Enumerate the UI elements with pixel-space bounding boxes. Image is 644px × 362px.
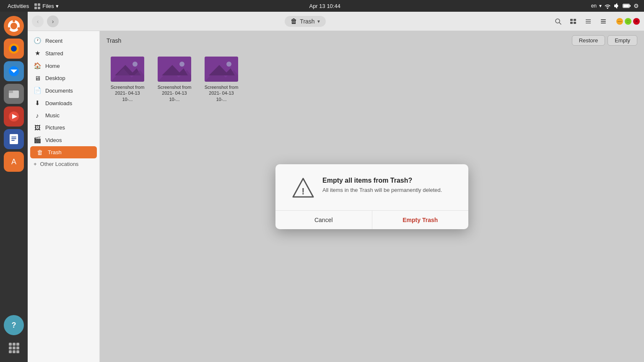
documents-icon: 📄 — [34, 87, 41, 94]
wm-buttons: — □ ✕ — [616, 18, 640, 25]
svg-rect-28 — [13, 343, 16, 346]
sidebar-item-recent-label: Recent — [45, 38, 62, 44]
dialog-body: ! Empty all items from Trash? All items … — [275, 164, 468, 210]
dialog-confirm-button[interactable]: Empty Trash — [372, 211, 469, 229]
location-text: Trash — [300, 18, 314, 25]
sidebar-item-downloads-label: Downloads — [45, 100, 72, 106]
sidebar-item-trash-label: Trash — [48, 149, 62, 155]
topbar-sys: en ▾ ⚙ — [591, 3, 639, 9]
titlebar-actions — [552, 15, 610, 28]
sidebar-other-locations[interactable]: + Other Locations — [28, 158, 99, 170]
sidebar-other-locations-label: Other Locations — [40, 161, 79, 167]
topbar-left: Activities Files ▾ — [5, 2, 59, 10]
svg-rect-47 — [601, 23, 606, 23]
other-locations-plus: + — [34, 161, 37, 167]
dialog-title: Empty all items from Trash? — [322, 177, 452, 184]
topbar-settings[interactable]: ⚙ — [634, 3, 639, 9]
sidebar-item-videos[interactable]: 🎬 Videos — [28, 134, 99, 146]
file-manager-window: ‹ › 🗑 Trash ▾ — — [28, 12, 644, 362]
sidebar-item-music[interactable]: ♪ Music — [28, 109, 99, 122]
svg-rect-46 — [601, 21, 606, 22]
svg-rect-0 — [34, 3, 37, 6]
svg-rect-21 — [11, 138, 16, 139]
dock-software[interactable]: A — [4, 152, 24, 172]
search-button[interactable] — [552, 15, 564, 28]
dock-firefox[interactable] — [4, 39, 24, 59]
dock-thunderbird[interactable] — [4, 61, 24, 81]
recent-icon: 🕐 — [34, 37, 41, 44]
home-icon: 🏠 — [34, 62, 41, 70]
sidebar-item-downloads[interactable]: ⬇ Downloads — [28, 97, 99, 109]
forward-button[interactable]: › — [47, 16, 59, 27]
battery-icon — [623, 3, 631, 9]
dock-files[interactable] — [4, 84, 24, 104]
sidebar-item-starred-label: Starred — [45, 50, 63, 57]
pictures-icon: 🖼 — [34, 124, 41, 131]
svg-rect-31 — [13, 346, 16, 349]
svg-text:?: ? — [12, 321, 16, 329]
sidebar-item-pictures[interactable]: 🖼 Pictures — [28, 122, 99, 134]
dock-rhythmbox[interactable] — [4, 106, 24, 127]
svg-text:!: ! — [301, 186, 304, 197]
dock-writer[interactable] — [4, 129, 24, 149]
topbar-lang: en — [591, 3, 597, 9]
sidebar-item-home-label: Home — [45, 63, 60, 69]
sidebar: 🕐 Recent ★ Starred 🏠 Home 🖥 Desktop 📄 Do… — [28, 31, 100, 362]
location-bar: 🗑 Trash ▾ — [62, 16, 548, 27]
svg-rect-29 — [16, 343, 19, 346]
svg-rect-34 — [13, 350, 16, 353]
warning-icon: ! — [292, 177, 314, 199]
sidebar-item-recent[interactable]: 🕐 Recent — [28, 34, 99, 47]
svg-rect-20 — [11, 137, 16, 137]
dock-ubuntu[interactable] — [4, 16, 24, 36]
svg-rect-3 — [38, 7, 40, 9]
sidebar-item-starred[interactable]: ★ Starred — [28, 47, 99, 59]
svg-point-8 — [10, 23, 17, 29]
sidebar-item-documents[interactable]: 📄 Documents — [28, 84, 99, 97]
svg-rect-41 — [574, 22, 576, 24]
svg-rect-45 — [601, 19, 606, 20]
topbar: Activities Files ▾ Apr 13 10:44 en ▾ ⚙ — [0, 0, 644, 12]
svg-rect-33 — [9, 350, 12, 353]
dialog-buttons: Cancel Empty Trash — [275, 211, 468, 229]
topbar-clock: Apr 13 10:44 — [309, 3, 340, 9]
dock-app-grid[interactable] — [4, 338, 24, 358]
close-button[interactable]: ✕ — [633, 18, 640, 25]
location-pill[interactable]: 🗑 Trash ▾ — [285, 16, 325, 27]
activities-button[interactable]: Activities — [5, 2, 31, 10]
confirm-dialog: ! Empty all items from Trash? All items … — [275, 164, 468, 229]
svg-rect-22 — [11, 140, 15, 141]
main-area: Trash Restore Empty — [100, 31, 644, 362]
topbar-app-arrow: ▾ — [56, 3, 59, 9]
sidebar-item-desktop[interactable]: 🖥 Desktop — [28, 72, 99, 84]
speaker-icon — [613, 3, 620, 9]
dialog-cancel-button[interactable]: Cancel — [275, 211, 372, 229]
sort-button[interactable] — [582, 15, 595, 28]
sidebar-item-home[interactable]: 🏠 Home — [28, 59, 99, 72]
dock-help[interactable]: ? — [4, 315, 24, 335]
svg-line-37 — [559, 23, 561, 24]
topbar-lang-arrow: ▾ — [599, 3, 602, 9]
starred-icon: ★ — [34, 49, 41, 57]
svg-rect-1 — [38, 3, 40, 6]
location-icon: 🗑 — [291, 18, 297, 25]
dock-bottom: ? — [4, 315, 24, 362]
dialog-overlay: ! Empty all items from Trash? All items … — [100, 31, 644, 362]
topbar-datetime: Apr 13 10:44 — [309, 3, 340, 9]
view-button[interactable] — [567, 15, 579, 28]
back-button[interactable]: ‹ — [32, 16, 44, 27]
sidebar-item-trash[interactable]: 🗑 Trash — [30, 146, 97, 158]
topbar-app[interactable]: Files ▾ — [34, 3, 58, 9]
music-icon: ♪ — [34, 112, 41, 119]
topbar-app-label: Files — [42, 3, 54, 9]
wifi-icon — [604, 3, 611, 9]
minimize-button[interactable]: — — [616, 18, 623, 25]
svg-point-9 — [13, 20, 15, 22]
sidebar-item-music-label: Music — [45, 112, 60, 119]
dock: A ? — [0, 12, 28, 362]
trash-icon: 🗑 — [36, 149, 44, 156]
svg-rect-2 — [34, 7, 37, 9]
maximize-button[interactable]: □ — [625, 18, 631, 25]
svg-rect-35 — [16, 350, 19, 353]
menu-button[interactable] — [597, 15, 610, 28]
